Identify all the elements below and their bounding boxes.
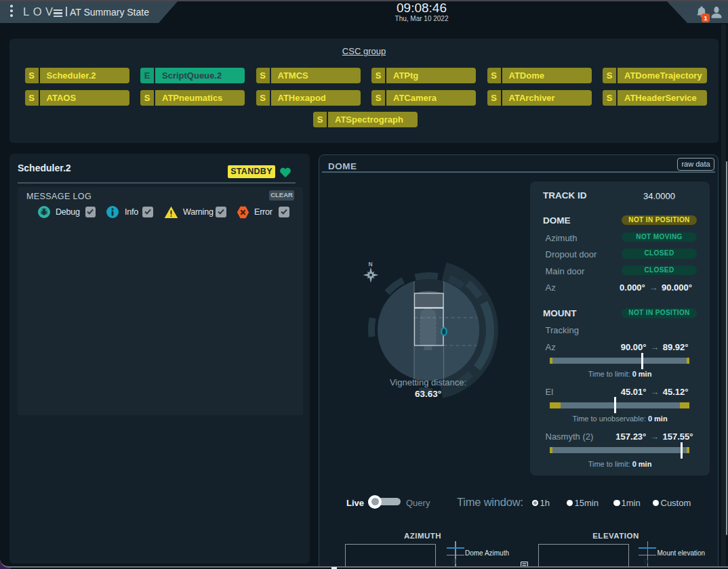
svg-text:N: N (368, 261, 372, 268)
